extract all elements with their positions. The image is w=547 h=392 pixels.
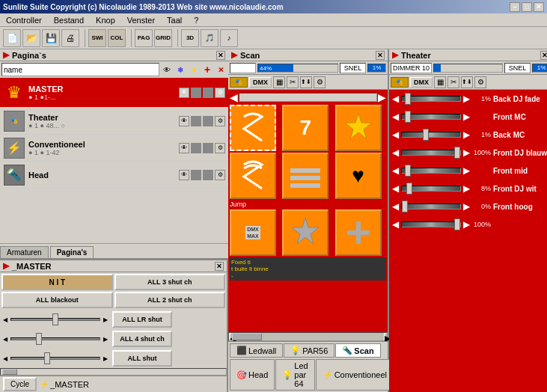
head-ctl1-btn[interactable] <box>191 170 201 180</box>
tb-print-button[interactable]: 🖨 <box>61 29 79 47</box>
minimize-button[interactable]: – <box>510 2 520 12</box>
master-btn-blackout[interactable]: ALL blackout <box>1 292 113 308</box>
ch4-left-arrow[interactable]: ◀ <box>392 165 399 176</box>
theater-ch-icon[interactable]: ⬆⬇ <box>461 76 473 88</box>
scan-left-arrow[interactable]: ◀ <box>230 91 238 103</box>
ch2-right-arrow[interactable]: ▶ <box>463 129 470 140</box>
theater-eye-btn[interactable]: 👁 <box>179 116 189 126</box>
tab-conventioneel[interactable]: ⚡ Conventioneel <box>316 359 394 391</box>
tab-armaturen[interactable]: Armaturen <box>0 246 49 258</box>
tb-grid-button[interactable]: GRID <box>154 29 172 47</box>
tb-fx-button[interactable]: 🎵 <box>201 29 219 47</box>
scan-settings-icon[interactable]: ⚙ <box>314 76 326 88</box>
device-row-theater[interactable]: 🎭 Theater ● 1 ● 48... ○ 👁 ⚙ <box>0 108 228 135</box>
add-icon[interactable]: + <box>201 64 213 76</box>
master-btn-all3[interactable]: ALL 3 shut ch <box>114 274 226 290</box>
menu-venster[interactable]: Venster <box>124 15 158 25</box>
scroll-right-btn[interactable]: ▶ <box>384 333 387 340</box>
ch3-slider[interactable] <box>401 150 461 156</box>
master-btn-all2[interactable]: ALL 2 shut ch <box>114 292 226 308</box>
ch7-left-arrow[interactable]: ◀ <box>392 219 399 230</box>
scan-right-arrow[interactable]: ▶ <box>378 91 386 103</box>
scan-dmx-btn[interactable]: DMX <box>249 77 272 88</box>
master-scrollbar[interactable] <box>0 368 227 376</box>
scan-cell-1[interactable] <box>230 105 276 151</box>
ch0-right-arrow[interactable]: ▶ <box>463 94 470 104</box>
scan-h-scrollbar[interactable] <box>239 93 377 102</box>
scan-snel-input[interactable] <box>340 63 366 73</box>
tab-head[interactable]: 🎯 Head <box>230 359 275 391</box>
theater-close-button[interactable]: ✕ <box>540 51 547 60</box>
ch1-left-arrow[interactable]: ◀ <box>392 111 399 122</box>
ch4-slider[interactable] <box>401 168 461 174</box>
maximize-button[interactable]: □ <box>522 2 532 12</box>
ch5-right-arrow[interactable]: ▶ <box>463 183 470 194</box>
menu-controller[interactable]: Controller <box>3 15 45 25</box>
scan-ch-icon[interactable]: ⬆⬇ <box>300 76 312 88</box>
tab-ledwall[interactable]: ⬛ Ledwall <box>230 343 283 358</box>
master-btn-all-shut[interactable]: ALL shut <box>112 350 172 367</box>
tab-paginas[interactable]: Pagina's <box>50 246 94 258</box>
scan-cell-6[interactable]: ♥ <box>335 153 382 199</box>
master-ctl1-btn[interactable] <box>191 88 201 98</box>
theater-dmx-btn[interactable]: DMX <box>410 77 433 88</box>
tab-scan[interactable]: 🔦 Scan <box>335 343 380 358</box>
theater-grid-icon[interactable]: ▦ <box>434 76 446 88</box>
ch5-left-arrow[interactable]: ◀ <box>392 183 399 194</box>
scroll-thumb[interactable] <box>232 333 262 340</box>
eye-icon[interactable]: 👁 <box>161 64 173 76</box>
master-ctl3-btn[interactable]: ⚙ <box>215 88 225 98</box>
tb-3d-button[interactable]: 3D <box>181 29 199 47</box>
device-row-master[interactable]: ♛ MASTER ● 1 ●1-... 👁 ⚙ <box>0 78 228 108</box>
ch3-left-arrow[interactable]: ◀ <box>392 147 399 158</box>
theater-ctl3-btn[interactable]: ⚙ <box>215 116 225 126</box>
theater-dimmer-input[interactable] <box>391 63 432 73</box>
scan-cell-dmxmax[interactable]: DMX MAX <box>230 209 276 256</box>
scan-close-button[interactable]: ✕ <box>376 51 385 60</box>
theater-ctl1-btn[interactable] <box>191 116 201 126</box>
ch1-slider[interactable] <box>401 114 461 120</box>
menu-help[interactable]: ? <box>191 15 201 25</box>
tb-save-button[interactable]: 💾 <box>42 29 60 47</box>
ch0-left-arrow[interactable]: ◀ <box>392 94 399 104</box>
head-ctl3-btn[interactable]: ⚙ <box>215 170 225 180</box>
cycle-button[interactable]: Cycle <box>3 377 37 391</box>
ch4-right-arrow[interactable]: ▶ <box>463 165 470 176</box>
tb-new-button[interactable]: 📄 <box>3 29 21 47</box>
master-eye-btn[interactable]: 👁 <box>179 88 189 98</box>
tb-col-button[interactable]: COL <box>108 29 126 47</box>
scan-cell-star2[interactable] <box>282 209 328 256</box>
ch5-slider[interactable] <box>401 186 461 192</box>
theater-ctl2-btn[interactable] <box>203 116 213 126</box>
device-row-conv[interactable]: ⚡ Conventioneel ● 1 ● 1-42 👁 ⚙ <box>0 135 228 162</box>
ch0-slider[interactable] <box>401 96 461 102</box>
star-icon[interactable]: ★ <box>188 64 200 76</box>
ch6-left-arrow[interactable]: ◀ <box>392 201 399 212</box>
scan-cell-5[interactable] <box>282 153 328 199</box>
scan-cell-plus[interactable] <box>335 209 382 256</box>
scan-icon-1[interactable]: 🎭 <box>230 77 248 88</box>
menu-knop[interactable]: Knop <box>93 15 118 25</box>
delete-icon[interactable]: ✕ <box>215 64 227 76</box>
scan-cell-2[interactable]: 7 <box>282 105 328 151</box>
theater-icon-1[interactable]: 🎭 <box>391 77 409 88</box>
master-slider-1[interactable] <box>10 318 100 321</box>
snowflake-icon[interactable]: ❄ <box>174 64 186 76</box>
ch3-right-arrow[interactable]: ▶ <box>463 147 470 158</box>
master-btn-all4[interactable]: ALL 4 shut ch <box>112 331 172 347</box>
master-scroll-thumb[interactable] <box>2 369 17 375</box>
scan-cut-icon[interactable]: ✂ <box>287 76 299 88</box>
theater-snel-input[interactable] <box>504 63 531 73</box>
scan-ch-input[interactable] <box>230 63 256 73</box>
master-section-close[interactable]: ✕ <box>215 262 224 271</box>
tb-open-button[interactable]: 📂 <box>22 29 40 47</box>
tab-led-par-64[interactable]: 💡 Led par 64 <box>275 359 314 391</box>
scan-cell-4[interactable] <box>230 153 276 199</box>
tb-swi-button[interactable]: SWI <box>88 29 106 47</box>
paginas-search-input[interactable] <box>1 63 159 76</box>
theater-settings-icon[interactable]: ⚙ <box>474 76 486 88</box>
tb-music-button[interactable]: ♪ <box>220 29 238 47</box>
master-ctl2-btn[interactable] <box>203 88 213 98</box>
conv-ctl3-btn[interactable]: ⚙ <box>215 143 225 153</box>
master-slider-2[interactable] <box>10 337 100 340</box>
